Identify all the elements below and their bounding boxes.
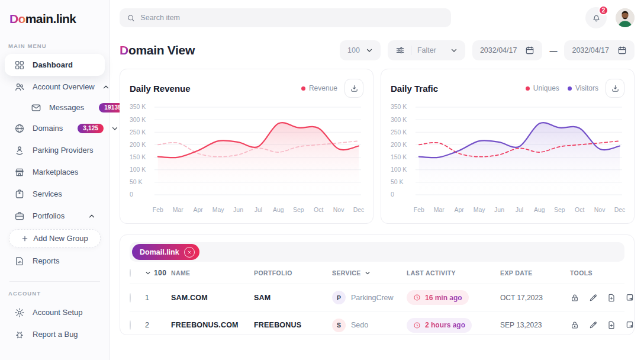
download-chart-button[interactable] xyxy=(344,79,363,98)
sidebar-item-portfolios[interactable]: Portfolios xyxy=(5,205,105,227)
svg-text:0: 0 xyxy=(130,191,133,198)
tools-cell xyxy=(570,293,635,303)
chart-title: Daily Revenue xyxy=(130,83,191,94)
svg-text:Jun: Jun xyxy=(233,207,243,213)
page-size-select[interactable]: 100 xyxy=(340,40,381,60)
row-checkbox[interactable] xyxy=(130,293,131,303)
svg-text:Apr: Apr xyxy=(455,207,465,213)
plus-icon xyxy=(21,235,28,242)
svg-text:Mar: Mar xyxy=(434,207,445,213)
sidebar-item-reports[interactable]: Reports xyxy=(5,250,105,272)
sidebar-item-label: Services xyxy=(33,189,62,198)
envelope-icon xyxy=(31,102,41,113)
download-chart-button[interactable] xyxy=(606,79,624,98)
row-count-dropdown[interactable]: 100 xyxy=(145,269,171,277)
tools-cell xyxy=(570,320,635,330)
daily-trafic-chart: 350 K300 K250 K200 K150 K100 K50 K0FebMa… xyxy=(389,101,626,220)
column-header-name[interactable]: NAME xyxy=(171,269,254,277)
svg-text:Apr: Apr xyxy=(194,207,204,213)
svg-text:300 K: 300 K xyxy=(130,117,146,123)
briefcase-icon xyxy=(14,211,25,221)
legend-dot xyxy=(568,86,572,91)
table-row: 1 SAM.COM SAM P ParkingCrew 16 min ago O… xyxy=(130,284,624,311)
sidebar-item-dashboard[interactable]: Dashboard xyxy=(5,54,105,76)
chevron-down-icon xyxy=(145,270,151,276)
sidebar-item-account-overview[interactable]: Account Overview xyxy=(5,76,105,98)
lock-icon[interactable] xyxy=(570,320,579,330)
sidebar-item-label: Dashboard xyxy=(33,60,73,69)
notifications-button[interactable]: 2 xyxy=(585,7,607,28)
row-number: 2 xyxy=(145,321,171,329)
file-export-icon[interactable] xyxy=(625,320,635,330)
sidebar-item-label: Domains xyxy=(33,124,63,133)
svg-text:100 K: 100 K xyxy=(391,166,407,173)
lock-icon[interactable] xyxy=(570,293,579,303)
sidebar-item-services[interactable]: Services xyxy=(5,183,105,205)
svg-text:Oct: Oct xyxy=(575,207,584,213)
file-export-icon[interactable] xyxy=(625,293,635,303)
domains-count-badge: 3,125 xyxy=(78,124,104,133)
svg-text:Dec: Dec xyxy=(353,207,365,213)
domain-name[interactable]: FREEBONUS.COM xyxy=(171,321,254,329)
grid-icon xyxy=(14,60,25,70)
calendar-icon xyxy=(617,46,627,55)
sidebar-item-label: Reports xyxy=(33,256,60,265)
chart-legend: Uniques Visitors xyxy=(526,84,598,92)
file-add-icon[interactable] xyxy=(607,293,616,303)
svg-text:Jul: Jul xyxy=(516,207,523,213)
sidebar-item-parking-providers[interactable]: Parking Providers xyxy=(5,139,105,161)
domain-name[interactable]: SAM.COM xyxy=(171,294,254,302)
portfolio-name: FREEBONUS xyxy=(254,321,332,329)
filter-dropdown[interactable]: Falter xyxy=(388,40,465,60)
sidebar-item-messages[interactable]: Messages 19135 xyxy=(5,98,105,117)
svg-text:200 K: 200 K xyxy=(391,142,407,148)
edit-pencil-icon[interactable] xyxy=(588,320,598,330)
date-to-picker[interactable]: 2032/04/17 xyxy=(564,40,635,60)
user-avatar[interactable] xyxy=(616,8,635,27)
column-header-last-activity[interactable]: LAST ACTIVITY xyxy=(407,269,500,277)
main-menu-section-label: MAIN MENU xyxy=(0,37,110,54)
chip-close-icon[interactable] xyxy=(184,247,195,258)
report-document-icon xyxy=(14,256,25,266)
download-icon xyxy=(350,84,359,93)
clock-icon xyxy=(413,294,421,301)
sidebar-item-label: Report a Bug xyxy=(33,330,78,339)
table-header-row: 100 NAME PORTFOLIO SERVICE LAST ACTIVITY… xyxy=(130,262,624,284)
sidebar: Domain.link MAIN MENU Dashboard Account … xyxy=(0,0,110,360)
row-checkbox[interactable] xyxy=(130,320,131,330)
column-header-service[interactable]: SERVICE xyxy=(332,269,407,277)
domain-filter-chip[interactable]: Domail.link xyxy=(132,244,199,260)
sidebar-item-domains[interactable]: Domains 3,125 xyxy=(5,117,105,139)
sidebar-item-label: Messages xyxy=(49,103,84,112)
legend-dot xyxy=(526,86,530,91)
domains-table-card: Domail.link 100 NAME PORTFOLIO SERVICE L… xyxy=(120,234,635,335)
select-all-checkbox[interactable] xyxy=(130,269,131,277)
svg-text:350 K: 350 K xyxy=(391,104,407,110)
svg-text:250 K: 250 K xyxy=(130,129,146,136)
chevron-up-icon xyxy=(88,213,95,220)
date-from-picker[interactable]: 2032/04/17 xyxy=(472,40,543,60)
svg-text:150 K: 150 K xyxy=(130,154,146,160)
file-add-icon[interactable] xyxy=(607,320,616,330)
svg-text:May: May xyxy=(474,207,486,213)
column-header-portfolio[interactable]: PORTFOLIO xyxy=(254,269,332,277)
sidebar-item-account-setup[interactable]: Account Setup xyxy=(5,301,105,323)
legend-label: Visitors xyxy=(575,84,598,92)
svg-text:Aug: Aug xyxy=(273,207,284,213)
add-new-group-button[interactable]: Add New Group xyxy=(9,229,101,247)
svg-text:250 K: 250 K xyxy=(391,129,407,136)
column-header-exp-date[interactable]: EXP DATE xyxy=(500,269,570,277)
search-bar[interactable] xyxy=(120,8,451,27)
chevron-down-icon xyxy=(450,47,458,54)
svg-text:Jul: Jul xyxy=(255,207,262,213)
brand-logo[interactable]: Domain.link xyxy=(0,8,110,37)
sidebar-item-report-bug[interactable]: Report a Bug xyxy=(5,323,105,345)
service-name: ParkingCrew xyxy=(351,294,394,302)
service-cell: S Sedo xyxy=(332,319,407,332)
notification-count-badge: 2 xyxy=(598,5,608,15)
svg-text:Feb: Feb xyxy=(414,207,424,213)
sidebar-item-marketplaces[interactable]: Marketplaces xyxy=(5,161,105,183)
legend-label: Revenue xyxy=(309,84,337,92)
search-input[interactable] xyxy=(140,14,444,22)
edit-pencil-icon[interactable] xyxy=(588,293,598,303)
